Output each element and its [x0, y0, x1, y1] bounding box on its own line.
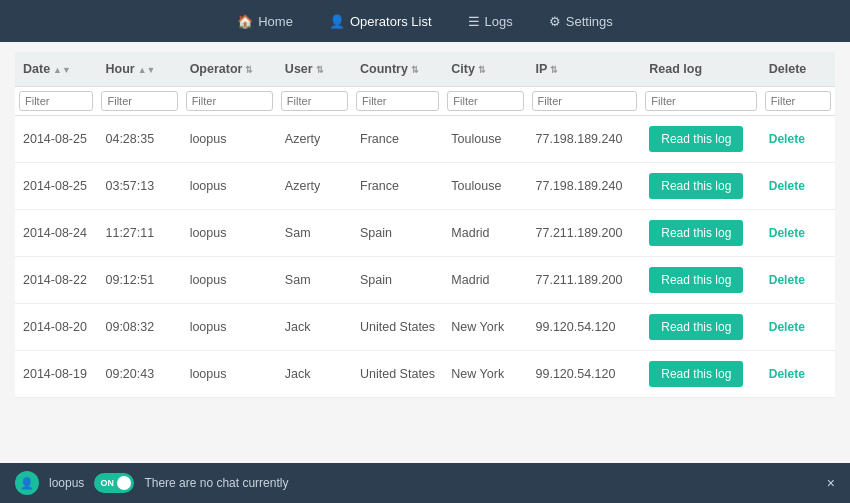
- sort-arrows-user: ⇅: [316, 65, 324, 75]
- nav-home[interactable]: 🏠 Home: [223, 6, 307, 37]
- close-icon[interactable]: ×: [827, 475, 835, 491]
- navigation: 🏠 Home 👤 Operators List ☰ Logs ⚙ Setting…: [0, 0, 850, 42]
- read-log-button[interactable]: Read this log: [649, 126, 743, 152]
- cell-city: Toulouse: [443, 116, 527, 163]
- nav-operators-list[interactable]: 👤 Operators List: [315, 6, 446, 37]
- sort-arrows-ip: ⇅: [550, 65, 558, 75]
- delete-button[interactable]: Delete: [769, 320, 805, 334]
- filter-user-cell: [277, 87, 352, 116]
- table-row: 2014-08-19 09:20:43 loopus Jack United S…: [15, 351, 835, 398]
- table-header-row: Date▲▼ Hour▲▼ Operator⇅ User⇅ Country⇅ C…: [15, 52, 835, 87]
- sort-arrows-country: ⇅: [411, 65, 419, 75]
- col-operator: Operator⇅: [182, 52, 277, 87]
- user-icon: 👤: [329, 14, 345, 29]
- chat-bar: 👤 loopus ON There are no chat currently …: [0, 463, 850, 503]
- cell-hour: 09:12:51: [97, 257, 181, 304]
- toggle-label: ON: [100, 478, 114, 488]
- nav-settings[interactable]: ⚙ Settings: [535, 6, 627, 37]
- toggle-knob: [117, 476, 131, 490]
- chat-message: There are no chat currently: [144, 476, 816, 490]
- cell-readlog: Read this log: [641, 116, 761, 163]
- cell-city: New York: [443, 351, 527, 398]
- delete-button[interactable]: Delete: [769, 179, 805, 193]
- cell-operator: loopus: [182, 116, 277, 163]
- nav-logs[interactable]: ☰ Logs: [454, 6, 527, 37]
- col-delete: Delete: [761, 52, 835, 87]
- filter-delete[interactable]: [765, 91, 831, 111]
- delete-button[interactable]: Delete: [769, 226, 805, 240]
- col-user: User⇅: [277, 52, 352, 87]
- filter-ip[interactable]: [532, 91, 638, 111]
- cell-readlog: Read this log: [641, 210, 761, 257]
- cell-hour: 09:20:43: [97, 351, 181, 398]
- avatar-icon: 👤: [20, 477, 34, 490]
- cell-ip: 77.198.189.240: [528, 116, 642, 163]
- cell-user: Jack: [277, 351, 352, 398]
- logs-table: Date▲▼ Hour▲▼ Operator⇅ User⇅ Country⇅ C…: [15, 52, 835, 398]
- table-row: 2014-08-25 03:57:13 loopus Azerty France…: [15, 163, 835, 210]
- filter-date[interactable]: [19, 91, 93, 111]
- read-log-button[interactable]: Read this log: [649, 267, 743, 293]
- main-content: Date▲▼ Hour▲▼ Operator⇅ User⇅ Country⇅ C…: [0, 42, 850, 463]
- cell-readlog: Read this log: [641, 257, 761, 304]
- delete-button[interactable]: Delete: [769, 273, 805, 287]
- home-icon: 🏠: [237, 14, 253, 29]
- table-row: 2014-08-25 04:28:35 loopus Azerty France…: [15, 116, 835, 163]
- sort-arrows-hour: ▲▼: [138, 65, 156, 75]
- cell-hour: 11:27:11: [97, 210, 181, 257]
- chat-toggle-container: ON: [94, 473, 134, 493]
- cell-user: Azerty: [277, 116, 352, 163]
- read-log-button[interactable]: Read this log: [649, 361, 743, 387]
- cell-delete: Delete: [761, 351, 835, 398]
- filter-hour[interactable]: [101, 91, 177, 111]
- filter-date-cell: [15, 87, 97, 116]
- filter-country[interactable]: [356, 91, 439, 111]
- sort-arrows-city: ⇅: [478, 65, 486, 75]
- cell-hour: 04:28:35: [97, 116, 181, 163]
- cell-date: 2014-08-25: [15, 163, 97, 210]
- chat-toggle[interactable]: ON: [94, 473, 134, 493]
- cell-country: France: [352, 163, 443, 210]
- filter-city-cell: [443, 87, 527, 116]
- cell-delete: Delete: [761, 163, 835, 210]
- cell-ip: 77.198.189.240: [528, 163, 642, 210]
- logs-icon: ☰: [468, 14, 480, 29]
- settings-icon: ⚙: [549, 14, 561, 29]
- cell-operator: loopus: [182, 304, 277, 351]
- filter-city[interactable]: [447, 91, 523, 111]
- cell-delete: Delete: [761, 304, 835, 351]
- col-country: Country⇅: [352, 52, 443, 87]
- cell-user: Sam: [277, 257, 352, 304]
- sort-arrows-date: ▲▼: [53, 65, 71, 75]
- cell-readlog: Read this log: [641, 351, 761, 398]
- table-row: 2014-08-20 09:08:32 loopus Jack United S…: [15, 304, 835, 351]
- cell-delete: Delete: [761, 257, 835, 304]
- filter-operator[interactable]: [186, 91, 273, 111]
- cell-operator: loopus: [182, 210, 277, 257]
- cell-city: Madrid: [443, 210, 527, 257]
- read-log-button[interactable]: Read this log: [649, 173, 743, 199]
- cell-operator: loopus: [182, 257, 277, 304]
- table-body: 2014-08-25 04:28:35 loopus Azerty France…: [15, 116, 835, 398]
- cell-country: Spain: [352, 257, 443, 304]
- cell-country: United States: [352, 351, 443, 398]
- table-row: 2014-08-24 11:27:11 loopus Sam Spain Mad…: [15, 210, 835, 257]
- filter-user[interactable]: [281, 91, 348, 111]
- cell-user: Sam: [277, 210, 352, 257]
- cell-city: New York: [443, 304, 527, 351]
- cell-country: United States: [352, 304, 443, 351]
- filter-readlog[interactable]: [645, 91, 757, 111]
- cell-hour: 03:57:13: [97, 163, 181, 210]
- cell-operator: loopus: [182, 163, 277, 210]
- cell-delete: Delete: [761, 210, 835, 257]
- cell-city: Madrid: [443, 257, 527, 304]
- table-filter-row: [15, 87, 835, 116]
- delete-button[interactable]: Delete: [769, 132, 805, 146]
- read-log-button[interactable]: Read this log: [649, 314, 743, 340]
- read-log-button[interactable]: Read this log: [649, 220, 743, 246]
- cell-date: 2014-08-20: [15, 304, 97, 351]
- filter-delete-cell: [761, 87, 835, 116]
- cell-ip: 99.120.54.120: [528, 351, 642, 398]
- filter-hour-cell: [97, 87, 181, 116]
- delete-button[interactable]: Delete: [769, 367, 805, 381]
